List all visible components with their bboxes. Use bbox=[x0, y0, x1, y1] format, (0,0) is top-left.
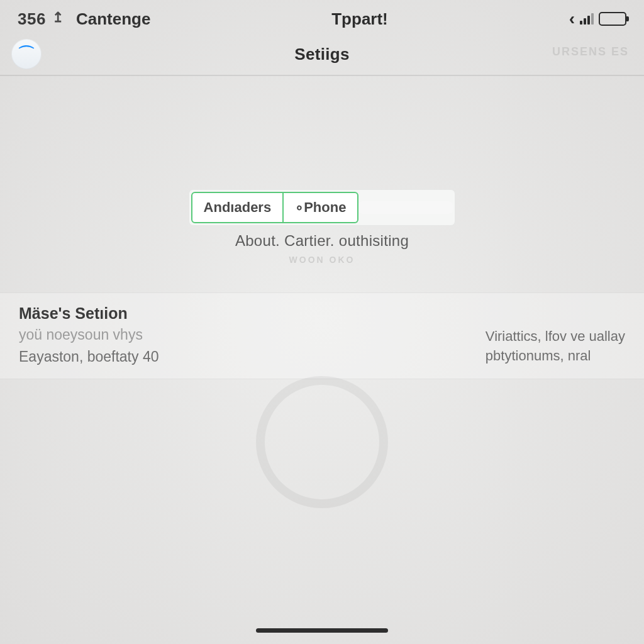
status-left: 356 ↥ Cantenge bbox=[18, 9, 150, 29]
back-button[interactable]: ⌒ bbox=[11, 39, 42, 69]
watermark-text: WOON OKO bbox=[0, 255, 644, 265]
section: Mäse's Setıion yoü noeysoun vhys Eayasto… bbox=[0, 292, 644, 379]
chip-row: Andıaders ∘Phone bbox=[189, 189, 456, 226]
signal-icon bbox=[580, 13, 594, 25]
chip-andraders[interactable]: Andıaders bbox=[191, 192, 284, 223]
section-right-a: Viriattics, lfov ve uallay bbox=[486, 327, 625, 347]
page-title: Setiigs bbox=[294, 45, 349, 64]
chip-empty[interactable] bbox=[358, 201, 453, 214]
screen: 356 ↥ Cantenge Tppart! ‹ ⌒ Setiigs URSEN… bbox=[0, 0, 644, 644]
status-bar: 356 ↥ Cantenge Tppart! ‹ bbox=[0, 0, 644, 34]
divider bbox=[0, 75, 644, 76]
back-arc-icon: ⌒ bbox=[18, 42, 35, 66]
section-line: Eayaston, boeftaty 40 bbox=[19, 348, 159, 365]
battery-icon bbox=[599, 12, 626, 26]
home-indicator[interactable] bbox=[256, 628, 388, 633]
nav-right-ghost: URSENS ES bbox=[552, 45, 629, 58]
section-right-b: pbtytionums, nral bbox=[486, 347, 625, 366]
section-right: Viriattics, lfov ve uallay pbtytionums, … bbox=[486, 304, 625, 366]
section-title: Mäse's Setıion bbox=[19, 304, 159, 323]
status-right: ‹ bbox=[569, 9, 626, 29]
section-card[interactable]: Mäse's Setıion yoü noeysoun vhys Eayasto… bbox=[0, 292, 644, 379]
section-left: Mäse's Setıion yoü noeysoun vhys Eayasto… bbox=[19, 304, 159, 365]
chip-subline: About. Cartier. outhisiting bbox=[0, 232, 644, 250]
status-time: 356 bbox=[18, 9, 46, 29]
ghost-circle-icon bbox=[256, 376, 388, 508]
segmented-control[interactable]: Andıaders ∘Phone bbox=[0, 189, 644, 226]
location-arrow-icon: ↥ bbox=[52, 9, 64, 26]
chip-phone[interactable]: ∘Phone bbox=[284, 192, 358, 223]
nav-bar: ⌒ Setiigs URSENS ES bbox=[0, 34, 644, 75]
status-carrier: Cantenge bbox=[76, 9, 150, 29]
status-center-label: Tppart! bbox=[331, 9, 388, 29]
chevron-left-icon: ‹ bbox=[569, 9, 575, 29]
section-sub: yoü noeysoun vhys bbox=[19, 326, 159, 343]
